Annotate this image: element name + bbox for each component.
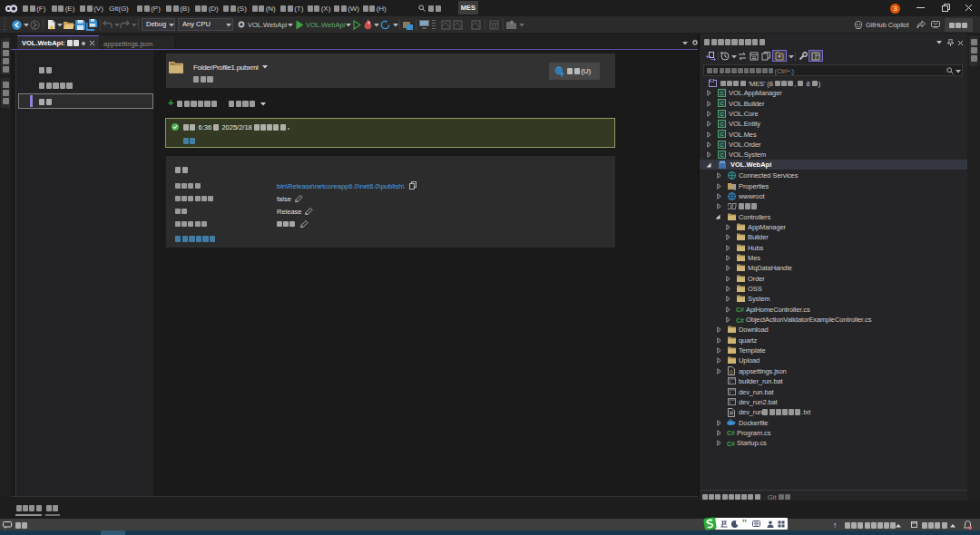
svg-text:C: C: [720, 101, 724, 106]
svg-text:C#: C#: [727, 430, 735, 436]
svg-text:C#: C#: [727, 440, 735, 446]
svg-text:C: C: [720, 141, 724, 147]
svg-text:C#: C#: [736, 306, 744, 313]
svg-text:{}: {}: [730, 369, 733, 374]
svg-text:C: C: [720, 122, 724, 127]
svg-text:C: C: [720, 91, 724, 96]
svg-text:C#: C#: [736, 316, 744, 323]
svg-text:C: C: [720, 131, 724, 137]
svg-text:C: C: [720, 111, 724, 116]
svg-text:C: C: [720, 152, 724, 158]
